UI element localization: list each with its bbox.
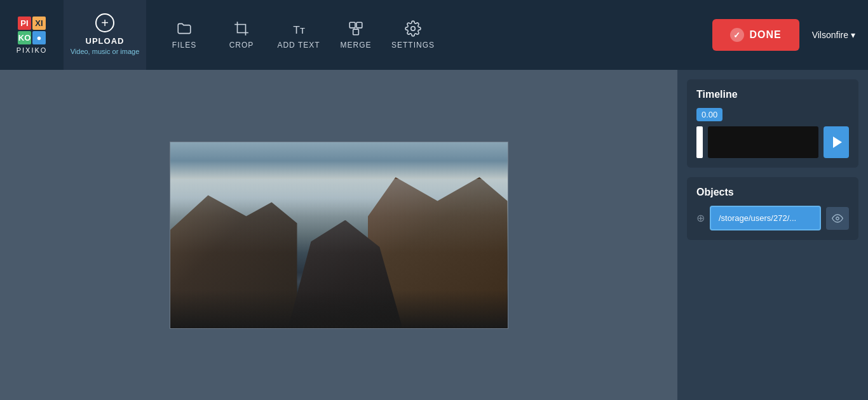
main-image (170, 142, 508, 328)
crop-tool[interactable]: CROP (216, 10, 267, 60)
objects-section: Objects ⊕ /storage/users/272/... (687, 177, 858, 240)
files-label: FILES (172, 41, 196, 50)
object-path[interactable]: /storage/users/272/... (710, 206, 821, 230)
add-text-label: ADD TEXT (277, 41, 320, 50)
upload-sublabel: Video, music or image (71, 47, 140, 56)
main-area: Timeline 0.00 Objects ⊕ /storage/users/2… (0, 70, 868, 400)
settings-label: SETTINGS (391, 41, 435, 50)
timeline-time-badge: 0.00 (696, 108, 722, 121)
visibility-toggle-button[interactable] (826, 207, 849, 230)
right-panel: Timeline 0.00 Objects ⊕ /storage/users/2… (677, 70, 868, 400)
svg-rect-1 (349, 22, 355, 28)
canvas-area (0, 70, 677, 400)
svg-text:Tт: Tт (293, 23, 305, 36)
logo-xi: XI (32, 17, 46, 30)
merge-tool[interactable]: MERGE (330, 10, 381, 60)
done-button[interactable]: ✓ DONE (712, 19, 799, 51)
chevron-down-icon: ▾ (851, 30, 855, 40)
timeline-bar[interactable] (708, 126, 818, 158)
upload-label: UPLOAD (86, 36, 125, 46)
object-item: ⊕ /storage/users/272/... (696, 206, 849, 230)
merge-label: MERGE (340, 41, 371, 50)
svg-point-5 (836, 217, 839, 220)
text-icon: Tт (290, 20, 307, 37)
timeline-needle (696, 126, 703, 158)
fog-layer (170, 179, 508, 253)
crop-icon (233, 20, 250, 37)
objects-title: Objects (696, 187, 849, 198)
folder-icon (176, 20, 193, 37)
svg-rect-3 (353, 29, 359, 35)
play-icon (833, 137, 842, 148)
timeline-section: Timeline 0.00 (687, 79, 858, 168)
logo: PI XI KO ● PIXIKO (0, 0, 64, 70)
nav-tools: FILES CROP Tт ADD TEXT MERGE (146, 0, 712, 70)
username: Vilsonfire (812, 30, 848, 40)
upload-plus-icon: + (95, 13, 114, 32)
add-text-tool[interactable]: Tт ADD TEXT (273, 10, 324, 60)
done-check-icon: ✓ (730, 28, 744, 42)
upload-button[interactable]: + UPLOAD Video, music or image (64, 0, 146, 70)
crop-label: CROP (229, 41, 254, 50)
settings-tool[interactable]: SETTINGS (388, 10, 438, 60)
gear-icon (405, 20, 421, 37)
timeline-track (696, 126, 849, 158)
image-container (170, 142, 508, 329)
logo-pi: PI (18, 17, 31, 30)
dark-foreground (170, 290, 508, 328)
svg-point-4 (411, 27, 416, 31)
svg-rect-2 (356, 22, 362, 28)
done-label: DONE (749, 29, 781, 41)
files-tool[interactable]: FILES (159, 10, 210, 60)
drag-handle-icon[interactable]: ⊕ (696, 212, 705, 224)
timeline-title: Timeline (696, 89, 849, 100)
timeline-play-button[interactable] (824, 126, 849, 158)
brand-name: PIXIKO (17, 46, 48, 54)
merge-icon (348, 20, 364, 37)
logo-ko: KO (18, 31, 31, 44)
logo-dot: ● (32, 31, 46, 44)
header: PI XI KO ● PIXIKO + UPLOAD Video, music … (0, 0, 868, 70)
eye-icon (832, 213, 843, 224)
user-menu[interactable]: Vilsonfire ▾ (812, 30, 855, 40)
